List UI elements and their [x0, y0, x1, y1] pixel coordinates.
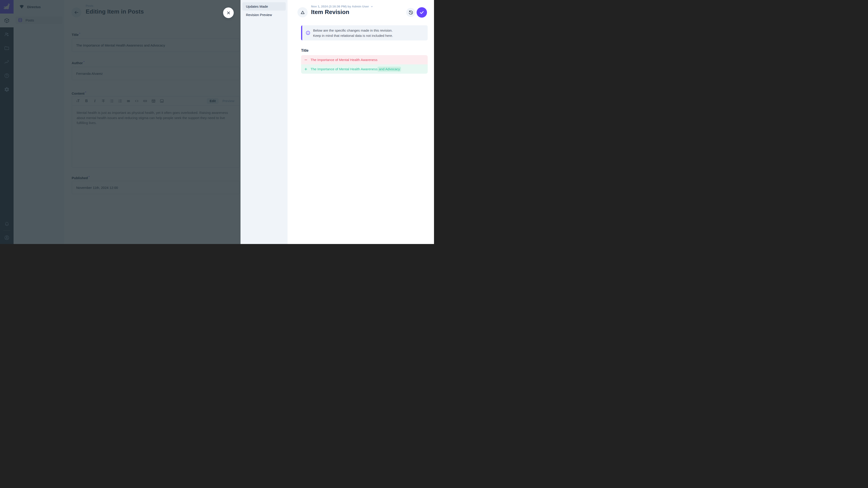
close-icon	[226, 11, 231, 15]
minus-icon	[304, 58, 308, 62]
triangle-icon	[300, 10, 305, 15]
drawer-close-button[interactable]	[223, 7, 234, 18]
added-value: The Importance of Mental Health Awarenes…	[311, 67, 401, 71]
drawer-nav-updates-made[interactable]: Updates Made	[242, 2, 286, 11]
plus-icon	[304, 67, 308, 71]
info-icon	[306, 31, 310, 35]
diff-removed-row: The Importance of Mental Health Awarenes…	[301, 55, 428, 64]
item-revision-drawer: Updates Made Revision Preview Nov 1, 202…	[241, 0, 434, 244]
drawer-nav-revision-preview[interactable]: Revision Preview	[242, 11, 286, 19]
revision-meta-dropdown[interactable]: Nov 1, 2024 (3:16:36 PM) by Admin User	[311, 5, 373, 8]
revert-button[interactable]	[406, 8, 415, 17]
change-field-label: Title	[301, 48, 309, 53]
check-icon	[419, 10, 425, 15]
field-diff: The Importance of Mental Health Awarenes…	[301, 55, 428, 74]
confirm-button[interactable]	[416, 7, 427, 18]
info-accent-bar	[301, 25, 302, 40]
directus-app: Directus Posts Posts Editing Item in Pos…	[0, 0, 434, 244]
removed-value: The Importance of Mental Health Awarenes…	[311, 58, 377, 62]
revision-meta-text: Nov 1, 2024 (3:16:36 PM) by Admin User	[311, 5, 369, 8]
added-highlight-chip: and Advocacy	[377, 67, 401, 72]
info-note-text: Below are the specific changes made in t…	[313, 28, 393, 38]
drawer-navigation: Updates Made Revision Preview	[241, 0, 287, 244]
drawer-title: Item Revision	[311, 8, 349, 15]
modal-overlay[interactable]	[0, 0, 241, 244]
diff-added-row: The Importance of Mental Health Awarenes…	[301, 64, 428, 74]
chevron-down-icon	[370, 5, 373, 8]
drawer-content: Nov 1, 2024 (3:16:36 PM) by Admin User I…	[287, 0, 434, 244]
revision-avatar	[298, 7, 308, 18]
history-icon	[408, 10, 413, 15]
revision-info-note: Below are the specific changes made in t…	[301, 25, 428, 40]
